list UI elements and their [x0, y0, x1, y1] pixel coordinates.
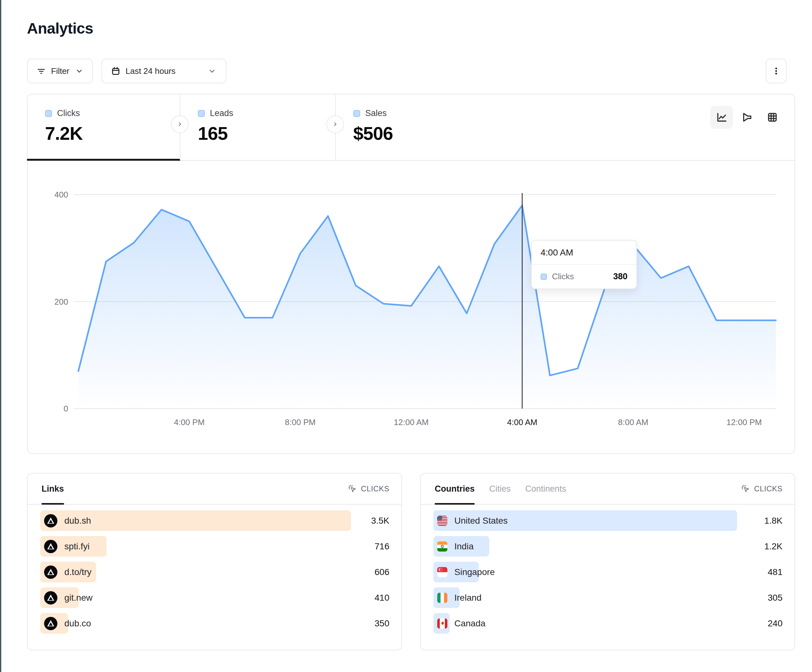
x-tick-label: 12:00 PM [727, 418, 762, 427]
expand-clicks-chevron-button[interactable] [171, 115, 189, 133]
filter-icon [36, 66, 46, 76]
filter-button[interactable]: Filter [27, 59, 93, 84]
links-metric-sort[interactable]: CLICKS [348, 484, 389, 493]
cursor-click-icon [348, 484, 357, 493]
dub-logo-avatar [44, 617, 57, 630]
calendar-icon [111, 66, 121, 76]
filter-button-label: Filter [51, 66, 70, 76]
dub-logo-avatar [44, 514, 57, 527]
tab-countries[interactable]: Countries [435, 484, 475, 494]
funnel-view-button[interactable] [735, 106, 758, 129]
link-clicks-value: 716 [374, 541, 389, 551]
country-label: India [454, 541, 474, 551]
country-clicks-value: 1.2K [764, 541, 783, 551]
link-clicks-value: 410 [374, 593, 389, 603]
link-label: git.new [64, 593, 92, 603]
leads-total-value: 165 [198, 123, 335, 144]
clicks-chart-region[interactable]: 0200400 4:00 PM8:00 PM12:00 AM4:00 AM8:0… [27, 161, 795, 453]
links-list: dub.sh 3.5K spti.fyi 716 d.to/try 606 [27, 505, 401, 634]
expand-leads-chevron-button[interactable] [326, 115, 344, 133]
tab-clicks[interactable]: Clicks 7.2K [27, 94, 180, 160]
country-label: Canada [454, 618, 485, 629]
country-clicks-value: 1.8K [764, 516, 783, 526]
geo-metric-sort[interactable]: CLICKS [741, 484, 783, 493]
country-label: United States [454, 516, 508, 526]
clicks-total-value: 7.2K [45, 123, 180, 144]
link-clicks-value: 350 [374, 618, 389, 629]
chart-view-toggle [710, 106, 784, 129]
page-title: Analytics [27, 20, 93, 37]
chart-tooltip: 4:00 AM Clicks 380 [531, 240, 637, 289]
link-label: dub.co [64, 618, 91, 629]
table-view-button[interactable] [761, 106, 784, 129]
tooltip-time: 4:00 AM [532, 240, 636, 265]
clicks-area-chart[interactable] [73, 185, 781, 426]
singapore-flag-icon [437, 567, 447, 577]
country-label: Singapore [454, 567, 495, 577]
tab-cities[interactable]: Cities [489, 484, 511, 494]
geo-panel-header: Countries Cities Continents CLICKS [421, 474, 795, 505]
link-clicks-value: 606 [374, 567, 389, 577]
page-edge-divider [0, 0, 1, 672]
stat-label: Clicks [57, 108, 80, 118]
analytics-card: Clicks 7.2K Leads 165 Sales $506 [27, 94, 795, 454]
links-panel: Links CLICKS dub.sh 3.5K [27, 473, 402, 650]
x-tick-label: 8:00 PM [285, 418, 316, 427]
countries-list: United States 1.8K India 1.2K Singapore … [421, 505, 795, 634]
tab-links[interactable]: Links [41, 484, 64, 494]
x-tick-label: 8:00 AM [618, 418, 648, 427]
link-row[interactable]: spti.fyi 716 [40, 536, 389, 557]
country-row[interactable]: Singapore 481 [433, 562, 783, 582]
ireland-flag-icon [437, 593, 447, 603]
sales-total-value: $506 [353, 123, 500, 144]
country-row[interactable]: United States 1.8K [433, 510, 783, 531]
geo-panel: Countries Cities Continents CLICKS Uni [420, 473, 795, 650]
country-row[interactable]: India 1.2K [433, 536, 783, 557]
country-label: Ireland [454, 593, 482, 603]
chevron-down-icon [207, 66, 217, 76]
leads-legend-square-icon [198, 110, 205, 117]
y-tick-label: 400 [40, 190, 68, 200]
tab-leads[interactable]: Leads 165 [180, 94, 335, 160]
link-label: d.to/try [64, 567, 92, 577]
link-row[interactable]: d.to/try 606 [40, 562, 389, 582]
country-clicks-value: 240 [768, 618, 783, 629]
link-row[interactable]: dub.sh 3.5K [40, 510, 389, 531]
tab-sales[interactable]: Sales $506 [335, 94, 500, 160]
tab-continents[interactable]: Continents [525, 484, 566, 494]
chevron-down-icon [75, 66, 84, 76]
date-range-label: Last 24 hours [126, 66, 176, 76]
link-row[interactable]: dub.co 350 [40, 613, 389, 634]
line-chart-view-button[interactable] [710, 106, 733, 129]
clicks-legend-square-icon [45, 110, 52, 117]
india-flag-icon [437, 541, 447, 551]
x-tick-label: 4:00 PM [174, 418, 205, 427]
link-clicks-value: 3.5K [371, 516, 389, 526]
y-tick-label: 200 [40, 297, 68, 307]
dub-logo-avatar [44, 591, 57, 604]
dub-logo-avatar [44, 540, 57, 553]
clicks-legend-square-icon [541, 273, 547, 280]
tooltip-value: 380 [613, 272, 628, 281]
sales-legend-square-icon [353, 110, 360, 117]
active-tab-underline [41, 503, 64, 505]
stats-tabs-row: Clicks 7.2K Leads 165 Sales $506 [27, 94, 795, 161]
kebab-menu-icon [771, 66, 781, 76]
country-clicks-value: 305 [768, 593, 783, 603]
active-tab-underline [435, 503, 475, 505]
link-label: dub.sh [64, 516, 91, 526]
country-row[interactable]: Ireland 305 [433, 587, 783, 608]
canada-flag-icon [437, 618, 447, 629]
link-row[interactable]: git.new 410 [40, 587, 389, 608]
dub-logo-avatar [44, 566, 57, 579]
country-row[interactable]: Canada 240 [433, 613, 783, 634]
x-tick-label: 4:00 AM [507, 418, 537, 427]
x-tick-label: 12:00 AM [394, 418, 429, 427]
date-range-button[interactable]: Last 24 hours [101, 59, 226, 84]
stat-label: Leads [210, 108, 234, 118]
links-panel-header: Links CLICKS [27, 474, 401, 505]
tooltip-series-label: Clicks [552, 272, 574, 281]
x-axis: 4:00 PM8:00 PM12:00 AM4:00 AM8:00 AM12:0… [27, 418, 795, 430]
more-options-button[interactable] [766, 59, 786, 84]
link-label: spti.fyi [64, 541, 89, 551]
